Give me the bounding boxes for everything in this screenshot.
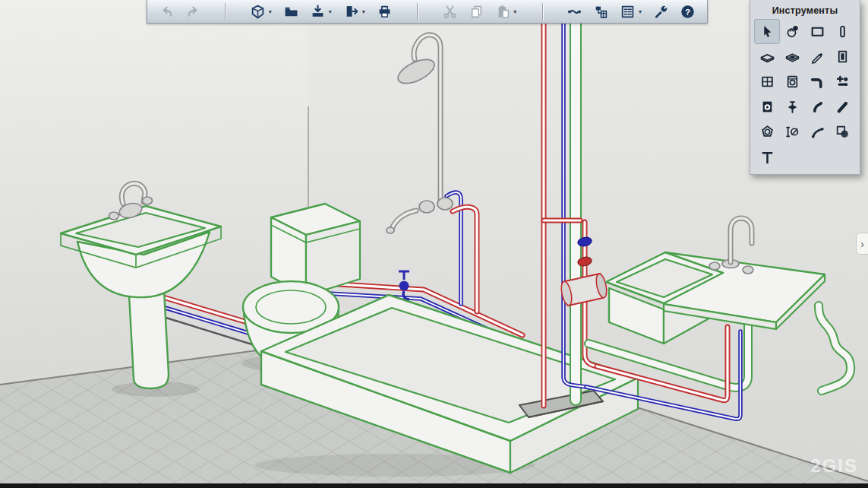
new-model-dropdown-caret[interactable]: ▾	[269, 8, 275, 15]
main-toolbar: ▾▾▾▾▾?	[147, 0, 708, 24]
paste-button[interactable]	[493, 2, 513, 21]
import-dropdown-caret[interactable]: ▾	[329, 8, 335, 15]
cube-icon	[251, 5, 265, 19]
spline-button[interactable]	[565, 2, 585, 21]
joint-icon	[810, 100, 825, 114]
tool-dimension-diameter[interactable]	[780, 120, 804, 144]
spline-icon	[567, 5, 582, 19]
cut-icon	[443, 5, 457, 19]
folder-icon	[284, 5, 298, 19]
redo-button[interactable]	[183, 2, 203, 21]
new-model-button[interactable]	[248, 2, 268, 21]
polygon-icon	[760, 125, 775, 139]
fittings-icon	[835, 74, 850, 89]
bottom-bar	[0, 483, 868, 488]
tool-shape-merge[interactable]	[830, 120, 854, 144]
toolbar-separator	[225, 3, 226, 21]
window-icon	[760, 74, 775, 89]
cut-button[interactable]	[440, 2, 459, 21]
app-window: 2GIS ▾▾▾▾▾? Инструменты ›	[0, 0, 868, 488]
valve-icon	[785, 100, 800, 114]
export-icon	[344, 5, 358, 19]
rect-icon	[810, 24, 825, 39]
open-button[interactable]	[282, 2, 301, 21]
tool-column[interactable]	[830, 20, 854, 43]
tool-slab-offset[interactable]	[780, 45, 804, 68]
column-icon	[835, 24, 850, 39]
toolbar-group-4: ▾?	[565, 2, 698, 21]
tools-panel: Инструменты	[750, 0, 860, 175]
washer-icon	[760, 100, 775, 114]
tools-grid	[750, 20, 860, 169]
redo-icon	[186, 5, 200, 19]
export-dropdown-caret[interactable]: ▾	[362, 8, 368, 15]
tool-rectangle[interactable]	[805, 20, 829, 43]
components-icon	[594, 5, 608, 19]
paste-dropdown-caret[interactable]: ▾	[513, 8, 519, 15]
rotate-icon	[785, 24, 800, 39]
tool-pipe-joint[interactable]	[805, 95, 829, 119]
pencil-icon	[810, 49, 825, 64]
tool-door[interactable]	[830, 45, 854, 68]
slab-icon	[760, 49, 775, 64]
tools-panel-title: Инструменты	[750, 0, 860, 20]
undo-button[interactable]	[156, 2, 176, 21]
tool-window[interactable]	[755, 70, 779, 93]
pipe-icon	[835, 100, 850, 114]
door-icon	[835, 49, 850, 64]
tool-plumbing-fixture[interactable]	[780, 70, 804, 93]
chevron-right-icon: ›	[860, 238, 864, 250]
save-icon	[311, 5, 325, 19]
import-button[interactable]	[308, 2, 328, 21]
tool-orbit-materials[interactable]	[780, 20, 804, 43]
dimension-icon	[785, 125, 800, 139]
elbow-icon	[810, 74, 825, 89]
tool-washing-machine[interactable]	[755, 95, 779, 119]
undo-icon	[159, 5, 174, 19]
report-dropdown-caret[interactable]: ▾	[639, 8, 645, 15]
viewport-3d[interactable]: 2GIS	[0, 0, 868, 488]
toolbar-group-3: ▾	[440, 2, 519, 21]
bend-icon	[810, 125, 825, 139]
toolbar-group-1	[156, 2, 203, 21]
svg-text:?: ?	[685, 6, 690, 16]
text-icon	[760, 150, 775, 164]
tool-pencil[interactable]	[805, 45, 829, 68]
settings-button[interactable]	[652, 2, 671, 21]
report-icon	[620, 5, 635, 19]
wrench-icon	[654, 5, 668, 19]
print-icon	[377, 5, 392, 19]
copy-icon	[469, 5, 484, 19]
report-button[interactable]	[618, 2, 638, 21]
slab2-icon	[785, 49, 800, 64]
cursor-icon	[760, 24, 775, 39]
tool-valve[interactable]	[780, 95, 804, 119]
toolbar-group-2: ▾▾▾	[248, 2, 395, 21]
tool-pipe-fittings[interactable]	[830, 70, 854, 93]
toolbar-separator	[542, 3, 543, 21]
tool-pipe[interactable]	[830, 95, 854, 119]
export-button[interactable]	[342, 2, 361, 21]
print-button[interactable]	[375, 2, 395, 21]
tool-slab[interactable]	[755, 45, 779, 68]
toolbar-separator	[417, 3, 418, 21]
fixture-icon	[785, 74, 800, 89]
tool-select[interactable]	[755, 20, 779, 43]
paste-icon	[496, 5, 510, 19]
copy-button[interactable]	[466, 2, 486, 21]
tool-text[interactable]	[755, 145, 779, 169]
panel-expand-tab[interactable]: ›	[856, 233, 868, 255]
help-icon: ?	[680, 5, 695, 19]
watermark: 2GIS	[810, 455, 858, 476]
components-button[interactable]	[592, 2, 611, 21]
tool-pipe-elbow[interactable]	[805, 70, 829, 93]
merge-icon	[835, 125, 850, 139]
help-button[interactable]: ?	[678, 2, 698, 21]
tool-polygon[interactable]	[755, 120, 779, 144]
tool-pipe-bend[interactable]	[805, 120, 829, 144]
